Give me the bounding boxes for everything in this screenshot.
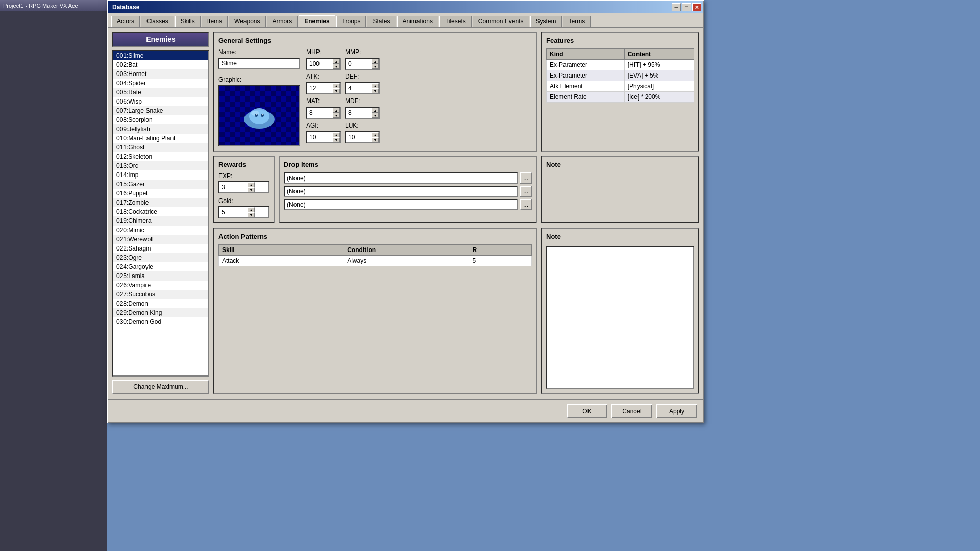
tab-system[interactable]: System (530, 16, 562, 27)
graphic-preview[interactable] (218, 85, 300, 146)
tab-terms[interactable]: Terms (563, 16, 591, 27)
mdf-input[interactable] (346, 108, 372, 118)
list-item[interactable]: 023:Ogre (113, 253, 208, 262)
def-down[interactable]: ▼ (372, 88, 379, 93)
list-item[interactable]: 030:Demon God (113, 317, 208, 327)
drop-item-dots-button[interactable]: ... (520, 172, 532, 184)
name-input[interactable] (218, 58, 300, 69)
mat-up[interactable]: ▲ (333, 108, 340, 113)
mhp-input[interactable] (307, 59, 333, 69)
mhp-down[interactable]: ▼ (333, 64, 340, 69)
exp-down[interactable]: ▼ (248, 187, 255, 192)
gold-up[interactable]: ▲ (248, 207, 255, 212)
apply-button[interactable]: Apply (656, 404, 697, 418)
features-row[interactable]: Ex-Parameter[HIT] + 95% (547, 60, 694, 70)
exp-input[interactable] (219, 182, 248, 192)
list-item[interactable]: 003:Hornet (113, 69, 208, 79)
def-input[interactable] (346, 83, 372, 93)
list-item[interactable]: 018:Cockatrice (113, 207, 208, 216)
tab-states[interactable]: States (367, 16, 396, 27)
atk-down[interactable]: ▼ (333, 88, 340, 93)
agi-input[interactable] (307, 132, 333, 142)
atk-up[interactable]: ▲ (333, 83, 340, 88)
features-row[interactable]: Atk Element[Physical] (547, 81, 694, 92)
mmp-input[interactable] (346, 59, 372, 69)
drop-item-select[interactable]: (None) (284, 172, 518, 184)
list-item[interactable]: 029:Demon King (113, 308, 208, 317)
list-item[interactable]: 022:Sahagin (113, 244, 208, 253)
mdf-up[interactable]: ▲ (372, 108, 379, 113)
list-item[interactable]: 028:Demon (113, 299, 208, 308)
mat-down[interactable]: ▼ (333, 113, 340, 118)
mmp-up[interactable]: ▲ (372, 59, 379, 64)
list-item[interactable]: 004:Spider (113, 79, 208, 88)
def-up[interactable]: ▲ (372, 83, 379, 88)
list-item[interactable]: 011:Ghost (113, 143, 208, 152)
mdf-down[interactable]: ▼ (372, 113, 379, 118)
list-item[interactable]: 017:Zombie (113, 198, 208, 207)
list-item[interactable]: 007:Large Snake (113, 106, 208, 115)
note-textarea[interactable] (546, 246, 694, 389)
tab-actors[interactable]: Actors (111, 16, 140, 27)
list-item[interactable]: 013:Orc (113, 161, 208, 170)
luk-down[interactable]: ▼ (372, 137, 379, 142)
drop-item-dots-button[interactable]: ... (520, 186, 532, 197)
close-button[interactable]: ✕ (692, 3, 701, 11)
list-item[interactable]: 025:Lamia (113, 271, 208, 281)
mmp-down[interactable]: ▼ (372, 64, 379, 69)
tab-common-events[interactable]: Common Events (473, 16, 529, 27)
tab-skills[interactable]: Skills (175, 16, 201, 27)
agi-down[interactable]: ▼ (333, 137, 340, 142)
mhp-up[interactable]: ▲ (333, 59, 340, 64)
atk-input[interactable] (307, 83, 333, 93)
gold-down[interactable]: ▼ (248, 212, 255, 217)
list-item[interactable]: 002:Bat (113, 60, 208, 69)
list-item[interactable]: 009:Jellyfish (113, 124, 208, 134)
features-row[interactable]: Ex-Parameter[EVA] + 5% (547, 70, 694, 81)
tab-troops[interactable]: Troops (336, 16, 366, 27)
list-item[interactable]: 005:Rate (113, 88, 208, 97)
drop-item-dots-button[interactable]: ... (520, 199, 532, 210)
list-item[interactable]: 012:Skeleton (113, 152, 208, 161)
luk-up[interactable]: ▲ (372, 132, 379, 137)
list-item[interactable]: 027:Succubus (113, 290, 208, 299)
list-item[interactable]: 021:Werewolf (113, 235, 208, 244)
cancel-button[interactable]: Cancel (611, 404, 652, 418)
list-item[interactable]: 019:Chimera (113, 216, 208, 226)
list-item[interactable]: 020:Mimic (113, 226, 208, 235)
enemies-list[interactable]: 001:Slime002:Bat003:Hornet004:Spider005:… (112, 50, 209, 377)
tab-classes[interactable]: Classes (141, 16, 174, 27)
luk-input[interactable] (346, 132, 372, 142)
list-item[interactable]: 010:Man-Eating Plant (113, 134, 208, 143)
list-item[interactable]: 015:Gazer (113, 180, 208, 189)
mat-input[interactable] (307, 108, 333, 118)
minimize-button[interactable]: ─ (672, 3, 681, 11)
exp-up[interactable]: ▲ (248, 182, 255, 187)
maximize-button[interactable]: □ (682, 3, 691, 11)
change-maximum-button[interactable]: Change Maximum... (112, 380, 209, 394)
stat-pair-agi-luk: AGI: ▲ ▼ (306, 122, 380, 143)
features-row[interactable]: Element Rate[Ice] * 200% (547, 92, 694, 103)
agi-up[interactable]: ▲ (333, 132, 340, 137)
list-item[interactable]: 016:Puppet (113, 189, 208, 198)
list-item[interactable]: 008:Scorpion (113, 115, 208, 124)
def-group: DEF: ▲ ▼ (345, 73, 380, 94)
drop-item-select[interactable]: (None) (284, 199, 518, 210)
list-item[interactable]: 026:Vampire (113, 281, 208, 290)
tab-items[interactable]: Items (202, 16, 228, 27)
stat-pair-atk-def: ATK: ▲ ▼ (306, 73, 380, 94)
tab-enemies[interactable]: Enemies (299, 15, 335, 27)
ok-button[interactable]: OK (567, 404, 607, 418)
list-item[interactable]: 001:Slime (113, 51, 208, 60)
tab-animations[interactable]: Animations (397, 16, 438, 27)
list-item[interactable]: 014:Imp (113, 170, 208, 180)
luk-group: LUK: ▲ ▼ (345, 122, 380, 143)
action-row[interactable]: AttackAlways5 (219, 256, 532, 266)
tab-armors[interactable]: Armors (267, 16, 298, 27)
tab-weapons[interactable]: Weapons (229, 16, 265, 27)
list-item[interactable]: 024:Gargoyle (113, 262, 208, 271)
tab-tilesets[interactable]: Tilesets (439, 16, 472, 27)
drop-item-select[interactable]: (None) (284, 186, 518, 197)
gold-input[interactable] (219, 207, 248, 217)
list-item[interactable]: 006:Wisp (113, 97, 208, 106)
